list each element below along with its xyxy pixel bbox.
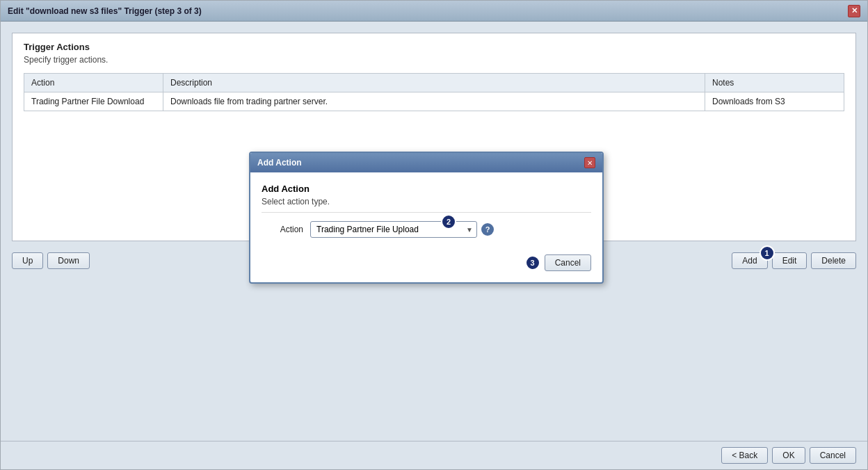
panel-title: Trigger Actions <box>24 42 844 52</box>
title-bar: Edit "download new s3 files" Trigger (st… <box>1 1 867 22</box>
add-action-modal: Add Action ✕ Add Action Select action ty… <box>249 152 604 284</box>
actions-table: Action Description Notes Trading Partner… <box>24 73 844 111</box>
modal-cancel-button[interactable]: Cancel <box>545 254 591 271</box>
modal-section-title: Add Action <box>262 184 591 194</box>
action-label: Action <box>262 225 303 234</box>
down-button[interactable]: Down <box>47 252 90 269</box>
left-buttons: Up Down <box>12 252 90 269</box>
window-title: Edit "download new s3 files" Trigger (st… <box>8 6 202 16</box>
delete-button[interactable]: Delete <box>811 252 856 269</box>
col-header-action: Action <box>24 74 163 92</box>
ok-badge[interactable]: 3 <box>525 255 540 270</box>
action-select-wrapper: Trading Partner File Upload ▼ 2 ? <box>310 221 494 238</box>
modal-footer: 3 Cancel <box>262 249 591 271</box>
right-buttons: Add 1 Edit Delete <box>732 252 856 269</box>
ok-button[interactable]: OK <box>772 447 805 464</box>
edit-button[interactable]: Edit <box>772 252 807 269</box>
row-action: Trading Partner File Download <box>24 92 163 111</box>
table-row[interactable]: Trading Partner File Download Downloads … <box>24 92 844 111</box>
footer: < Back OK Cancel <box>1 441 867 469</box>
back-button[interactable]: < Back <box>721 447 768 464</box>
panel-subtitle: Specify trigger actions. <box>24 55 844 65</box>
select-container: Trading Partner File Upload ▼ 2 <box>310 221 477 238</box>
up-button[interactable]: Up <box>12 252 43 269</box>
row-description: Downloads file from trading partner serv… <box>163 92 705 111</box>
row-notes: Downloads from S3 <box>705 92 844 111</box>
add-button-wrapper: Add 1 <box>732 252 767 269</box>
add-badge: 1 <box>760 245 775 261</box>
modal-section-subtitle: Select action type. <box>262 197 591 213</box>
modal-close-button[interactable]: ✕ <box>584 157 595 168</box>
window-close-button[interactable]: ✕ <box>848 5 860 17</box>
modal-form-row: Action Trading Partner File Upload ▼ 2 ? <box>262 221 591 238</box>
select-badge: 2 <box>441 214 456 229</box>
modal-titlebar: Add Action ✕ <box>250 153 602 172</box>
col-header-description: Description <box>163 74 705 92</box>
cancel-button[interactable]: Cancel <box>810 447 856 464</box>
col-header-notes: Notes <box>705 74 844 92</box>
modal-body: Add Action Select action type. Action Tr… <box>250 172 602 282</box>
help-icon[interactable]: ? <box>481 223 494 236</box>
modal-title: Add Action <box>257 158 302 168</box>
